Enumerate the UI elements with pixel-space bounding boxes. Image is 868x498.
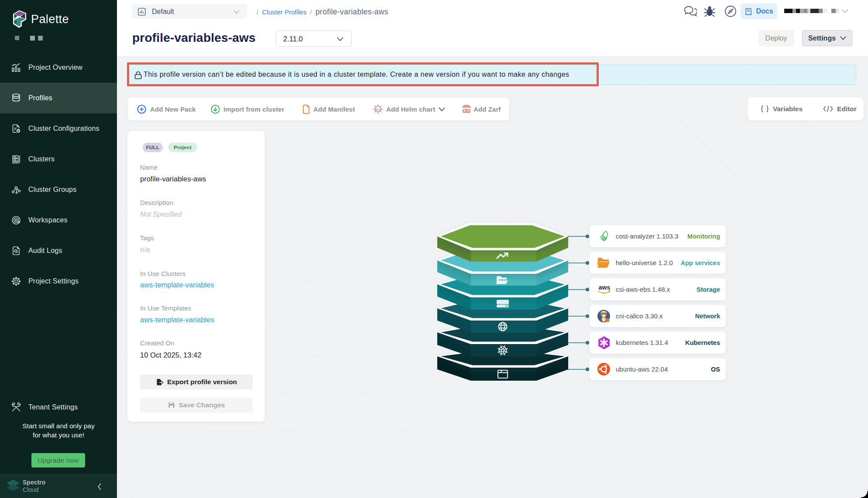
svg-text:aws: aws xyxy=(599,284,611,291)
svg-text:HELM: HELM xyxy=(374,108,381,111)
